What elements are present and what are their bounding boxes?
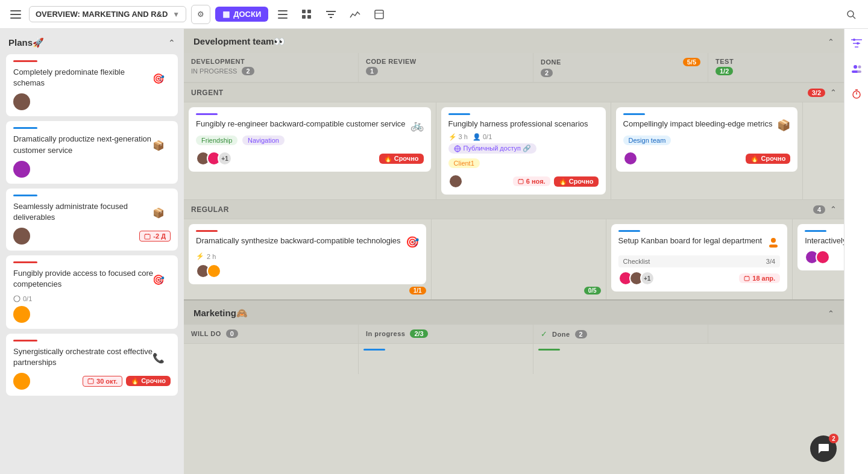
overview-title-button[interactable]: OVERVIEW: MARKETING AND R&D ▼: [29, 6, 186, 22]
plan-card[interactable]: Seamlessly administrate focused delivera…: [6, 189, 178, 251]
col-title: CODE REVIEW: [366, 58, 526, 65]
overview-title-text: OVERVIEW: MARKETING AND R&D: [36, 10, 168, 19]
svg-rect-4: [278, 14, 288, 15]
team-collapse-button[interactable]: ⌃: [828, 37, 834, 46]
task-card[interactable]: Fungibly harness professional scenarios …: [441, 107, 606, 195]
task-card-title: Fungibly re-engineer backward-compatible…: [196, 119, 410, 129]
col-count: 2: [242, 67, 254, 75]
boards-button[interactable]: ▦ ДОСКИ: [215, 7, 268, 22]
plan-card-bar: [13, 60, 37, 62]
task-card-footer: [805, 250, 844, 264]
marketing-col-in-progress: In progress 2/3: [359, 325, 533, 343]
avatar: [448, 174, 463, 189]
task-card[interactable]: Fungibly re-engineer backward-compatible…: [189, 107, 431, 172]
marketing-section: Marketing🙈 ⌃ WILL DO 0 In progress 2/3: [184, 299, 844, 374]
task-card-emoji: 📦: [777, 119, 790, 132]
plan-card-emoji: 📦: [153, 207, 165, 219]
col-count-row: 1/2: [715, 67, 844, 75]
task-card[interactable]: Setup Kanban board for legal department …: [611, 224, 788, 292]
task-card-footer: 6 ноя. 🔥 Срочно: [448, 174, 599, 189]
plan-card-bar: [13, 261, 37, 263]
avatar-more: +1: [218, 151, 232, 166]
plan-card[interactable]: Completely predominate flexible schemas …: [6, 54, 178, 116]
regular-col-code-review: 0/5: [432, 219, 606, 299]
avatar: [207, 264, 221, 278]
task-card-bar: [623, 113, 645, 115]
regular-col-development: Dramatically synthesize backward-compati…: [184, 219, 432, 299]
timer-icon[interactable]: [848, 86, 865, 102]
filter-icon[interactable]: [321, 5, 341, 24]
list-view-icon[interactable]: [273, 5, 292, 24]
col-sub: IN PROGRESS 2: [191, 67, 351, 75]
plan-card[interactable]: Dramatically productize next-generation …: [6, 121, 178, 183]
marketing-col-headers: WILL DO 0 In progress 2/3 ✓ Done 2: [184, 325, 844, 344]
avatar-group: +1: [196, 151, 232, 166]
task-card-title: Setup Kanban board for legal department: [618, 235, 767, 246]
task-card-title: Fungibly harness professional scenarios: [448, 119, 599, 129]
svg-point-39: [853, 39, 855, 41]
svg-rect-3: [278, 10, 288, 11]
search-icon[interactable]: [841, 5, 861, 24]
marketing-collapse-button[interactable]: ⌃: [828, 309, 834, 318]
chart-icon[interactable]: [345, 5, 365, 24]
task-card[interactable]: Compellingly impact bleeding-edge metric…: [616, 107, 798, 172]
public-access-badge: Публичный доступ 🔗: [448, 143, 537, 154]
task-card-title: Compellingly impact bleeding-edge metric…: [623, 119, 778, 129]
box-icon[interactable]: [370, 5, 389, 24]
plans-sidebar: Plans🚀 ⌃ Completely predominate flexible…: [0, 29, 184, 474]
task-card-bar: [196, 113, 218, 115]
plan-card-emoji: 🎯: [153, 73, 165, 84]
urgent-badge: 🔥 Срочно: [746, 154, 790, 164]
col-header-code-review: CODE REVIEW 1: [359, 53, 533, 82]
card-bar-stub: [538, 349, 560, 351]
col-subtitle: IN PROGRESS: [191, 67, 237, 75]
plan-card-footer: [13, 93, 171, 110]
marketing-in-progress-cards: [359, 344, 533, 374]
svg-rect-21: [88, 379, 93, 384]
chat-button[interactable]: 2: [810, 435, 837, 462]
plan-card-title: Synergistically orchestrate cost effecti…: [13, 346, 171, 368]
task-card-top: Dramatically synthesize backward-compati…: [196, 235, 419, 249]
avatar: [816, 250, 830, 264]
time-meta: ⚡ 2 h: [196, 252, 419, 260]
col-title: In progress: [366, 330, 405, 337]
urgent-collapse-button[interactable]: ⌃: [830, 88, 837, 97]
urgent-count: 3/2: [808, 89, 825, 97]
plan-card-bar: [13, 195, 37, 196]
development-team-section: Development team👀 ⌃ DEVELOPMENT IN PROGR…: [184, 29, 844, 299]
task-card-footer: 🔥 Срочно: [623, 151, 791, 166]
people-icon[interactable]: [848, 60, 865, 77]
task-card-top: Fungibly harness professional scenarios: [448, 119, 599, 129]
col-title: DONE: [541, 58, 561, 66]
grid-view-icon[interactable]: [297, 5, 316, 24]
col-done-count: 0/5: [436, 287, 601, 295]
svg-point-40: [857, 42, 859, 45]
plans-collapse-button[interactable]: ⌃: [168, 38, 175, 48]
plans-title: Plans🚀: [8, 37, 44, 48]
avatar-group: [805, 250, 830, 264]
plan-card[interactable]: Synergistically orchestrate cost effecti…: [6, 334, 178, 396]
task-card[interactable]: Interactively exploit customer directed …: [797, 224, 844, 270]
urgent-col-test: [803, 102, 844, 199]
task-card-top: Compellingly impact bleeding-edge metric…: [623, 119, 791, 132]
plan-card[interactable]: Fungibly provide access to focused core …: [6, 255, 178, 328]
priority-header-right: 3/2 ⌃: [808, 88, 837, 97]
filter-toolbar-icon[interactable]: [848, 35, 865, 52]
col-header-row: ✓ Done 2: [541, 329, 700, 338]
marketing-title: Marketing🙈: [193, 308, 248, 319]
marketing-cards-partial: [184, 344, 844, 374]
urgent-col-done: Compellingly impact bleeding-edge metric…: [611, 102, 804, 199]
right-toolbar: [844, 29, 868, 474]
checklist-bar: Checklist 3/4: [618, 255, 781, 267]
tag-client1: Client1: [448, 158, 480, 168]
col-header-row: In progress 2/3: [366, 329, 526, 338]
avatar: [623, 151, 638, 166]
avatar: [13, 373, 30, 390]
regular-collapse-button[interactable]: ⌃: [830, 205, 837, 214]
priority-header-left: REGULAR: [191, 205, 229, 214]
settings-icon[interactable]: ⚙: [191, 5, 210, 24]
col-header-development: DEVELOPMENT IN PROGRESS 2: [184, 53, 359, 82]
col-title: TEST: [715, 58, 844, 65]
task-card[interactable]: Dramatically synthesize backward-compati…: [189, 224, 426, 284]
menu-icon[interactable]: [7, 6, 24, 23]
